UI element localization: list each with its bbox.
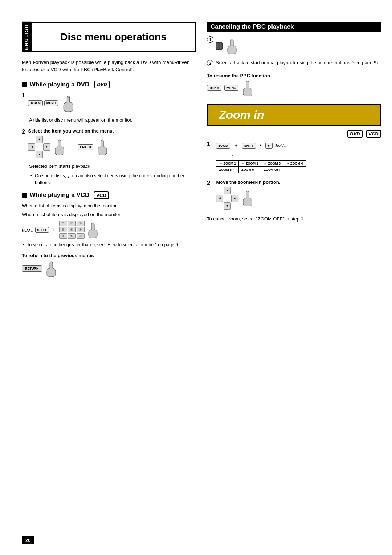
num-9: ⑨ <box>77 233 85 239</box>
stop-button-icon <box>216 42 223 50</box>
forward-zoom-btn: ► <box>265 143 273 149</box>
dpad-empty-tl <box>28 136 35 143</box>
dvd-step2-controls: ▲ ◄ ► ▼ <box>28 136 114 158</box>
page: ENGLISH Disc menu operations Menu-driven… <box>0 0 392 555</box>
zoom-dpad-down: ▼ <box>224 202 231 210</box>
enter-button: ENTER <box>78 144 93 150</box>
zoom-dpad-right: ► <box>231 195 238 202</box>
zoom-step2: 2 Move the zoomed-in portion. ▲ ◄ ► <box>207 179 381 212</box>
dvd-step2-label: Select the item you want on the menu. <box>28 128 114 134</box>
content-area: ENGLISH Disc menu operations Menu-driven… <box>22 22 370 282</box>
vcd-logo: VCD <box>94 191 109 199</box>
vcd-subsection-title: While playing a VCD VCD <box>22 191 196 199</box>
cancel-zoom-step-ref: 1 <box>301 216 303 222</box>
num-4: ④ <box>59 227 67 232</box>
dvd-section: While playing a DVD DVD 1 TOP M MENU <box>22 81 196 186</box>
hand-icon-dvd-step1 <box>61 94 75 112</box>
hand-icon-zoom-dpad <box>241 190 254 206</box>
zoom1-cell: →ZOOM 1 <box>216 161 239 166</box>
topm-button: TOP M <box>28 100 42 106</box>
intro-text: Menu-driven playback is possible while p… <box>22 59 196 74</box>
divider-line <box>22 293 370 293</box>
dpad-right: ► <box>43 143 50 151</box>
dpad-up: ▲ <box>36 136 43 143</box>
shift-button-vcd: SHIFT <box>35 227 49 233</box>
dvd-step2-number: 2 <box>22 128 25 135</box>
black-square-dvd <box>22 82 27 87</box>
zoom3-cell: →ZOOM 3 <box>261 161 284 166</box>
zoom-step1-num: 1 <box>207 141 210 148</box>
dvd-step2-bullet: On some discs, you can also select items… <box>30 173 196 186</box>
resume-section: To resume the PBC function TOP M MENU <box>207 73 381 96</box>
hold-label-zoom: Hold... <box>275 143 287 147</box>
zoom-dpad-left: ◄ <box>216 195 223 202</box>
zoom-step2-label: Move the zoomed-in portion. <box>216 179 280 185</box>
page-number: 20 <box>22 536 34 544</box>
zoom-formats: DVD VCD <box>207 130 381 138</box>
arrow-to-enter: → <box>69 144 75 150</box>
zoom-step2-num: 2 <box>207 179 210 187</box>
num-3: ③ <box>77 221 85 226</box>
zoom-dpad-control: ▲ ◄ ► ▼ <box>216 187 238 210</box>
zoom-dpad-empty-bl <box>216 202 223 210</box>
zoom-arrow-down: ↓ <box>230 151 306 157</box>
cancel-zoom-text: To cancel zoom, select "ZOOM OFF" in ste… <box>207 216 299 222</box>
page-number-bar: 20 <box>22 536 34 544</box>
zoom-title-box: Zoom in <box>207 104 381 126</box>
resume-menu-btn: MENU <box>224 85 238 91</box>
zoom-seq-row2: ←ZOOM OFF ←ZOOM 6 ←ZOOM 5 <box>216 167 288 173</box>
right-column: Canceling the PBC playback 1 2 <box>207 22 381 282</box>
dvd-subsection-title: While playing a DVD DVD <box>22 81 196 88</box>
return-illus: RETURN <box>22 260 196 277</box>
zoom4-cell: →ZOOM 4 <box>283 161 306 166</box>
num-6: ⑥ <box>77 227 85 232</box>
dpad-empty-br <box>43 151 50 158</box>
cancel-step1-num: 1 <box>207 36 213 43</box>
dvd-step2-content: Select the item you want on the menu. ▲ … <box>28 128 114 161</box>
num-8: ⑧ <box>68 233 76 239</box>
hand-icon-dpad <box>53 139 66 155</box>
dpad-control: ▲ ◄ ► ▼ <box>28 136 50 158</box>
vcd-bullet1: To select a number greater than 9, see "… <box>22 242 196 248</box>
plus2-zoom: + <box>260 143 262 147</box>
zoom2-cell: →ZOOM 2 <box>239 161 261 166</box>
zoom-dvd-logo: DVD <box>347 130 362 138</box>
vcd-controls: Hold... SHIFT + ① ② ③ ④ ⑤ ⑥ ⑦ <box>22 221 196 239</box>
zoom-dpad-center <box>224 195 231 202</box>
canceling-section: Canceling the PBC playback 1 2 <box>207 22 381 96</box>
num-1: ① <box>59 221 67 226</box>
zoom-dpad: ▲ ◄ ► ▼ <box>216 187 280 210</box>
disc-menu-title: Disc menu operations <box>60 31 167 43</box>
cancel-step1: 1 <box>207 36 381 56</box>
canceling-title: Canceling the PBC playback <box>211 23 294 30</box>
zoom5-cell: ←ZOOM 5 <box>216 167 238 173</box>
cancel-step2: 2 Select a track to start normal playbac… <box>207 59 381 69</box>
hand-icon-resume <box>241 80 254 96</box>
zoomoff-cell: ←ZOOM OFF <box>261 167 288 173</box>
zoom-buttons: ZOOM + SHIFT + ► Hold... <box>216 143 306 149</box>
vcd-section: While playing a VCD VCD When a list of i… <box>22 191 196 277</box>
zoom-section: Zoom in DVD VCD 1 ZOOM + SHIFT <box>207 104 381 223</box>
zoom-step1-content: ZOOM + SHIFT + ► Hold... ↓ <box>216 141 306 176</box>
dpad-empty-tr <box>43 136 50 143</box>
zoom-title: Zoom in <box>219 108 264 122</box>
cancel-step2-num: 2 <box>207 60 213 66</box>
left-column: ENGLISH Disc menu operations Menu-driven… <box>22 22 196 282</box>
section-header: ENGLISH Disc menu operations <box>22 22 196 52</box>
resume-topm-btn: TOP M <box>207 85 221 91</box>
dvd-step1-buttons: TOP M MENU <box>28 94 75 112</box>
num-2: ② <box>68 221 76 226</box>
zoom-dpad-up: ▲ <box>224 187 231 194</box>
resume-buttons: TOP M MENU <box>207 80 381 96</box>
return-section: To return to the previous menus RETURN <box>22 253 196 277</box>
hand-icon-enter <box>96 139 109 155</box>
vcd-intro: When a list of items is displayed on the… <box>22 203 196 210</box>
svg-point-0 <box>67 96 69 98</box>
plus-vcd: + <box>53 227 56 233</box>
num-5: ⑤ <box>68 227 76 232</box>
zoom-dpad-empty-tl <box>216 187 223 194</box>
dpad-left: ◄ <box>28 143 35 151</box>
zoom-dpad-empty-tr <box>231 187 238 194</box>
black-square-vcd <box>22 193 27 198</box>
dvd-step1-note: A title list or disc menu will appear on… <box>29 117 196 124</box>
